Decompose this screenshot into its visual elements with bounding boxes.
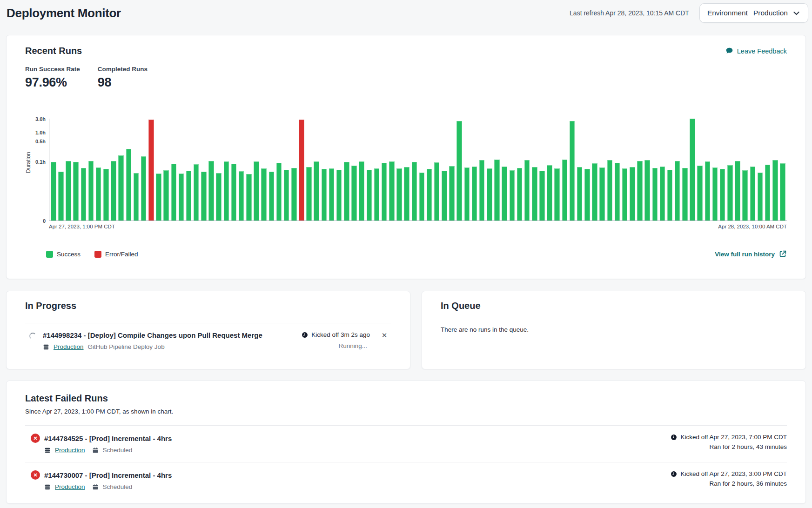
view-full-run-history-link[interactable]: View full run history [715, 250, 787, 258]
chart-bar-success[interactable] [712, 167, 718, 221]
chart-bar-success[interactable] [464, 167, 470, 221]
chart-bar-success[interactable] [261, 168, 267, 221]
chart-bar-success[interactable] [396, 168, 402, 221]
chart-bar-success[interactable] [644, 160, 650, 221]
chart-bar-success[interactable] [186, 171, 192, 221]
chart-bar-failed[interactable] [148, 120, 154, 221]
chart-bar-success[interactable] [246, 174, 252, 221]
chart-bar-success[interactable] [314, 161, 319, 221]
chart-bar-success[interactable] [306, 167, 312, 221]
chart-bar-success[interactable] [276, 163, 282, 221]
chart-bar-success[interactable] [156, 174, 161, 221]
chart-bar-success[interactable] [134, 173, 139, 221]
chart-bar-success[interactable] [539, 171, 545, 221]
leave-feedback-link[interactable]: Leave Feedback [725, 47, 787, 55]
chart-bar-success[interactable] [607, 160, 613, 221]
chart-bar-success[interactable] [118, 155, 124, 221]
chart-bar-success[interactable] [194, 164, 199, 221]
chart-bar-success[interactable] [344, 162, 349, 221]
environment-link[interactable]: Production [55, 447, 85, 454]
chart-bar-success[interactable] [479, 160, 485, 221]
chart-bar-success[interactable] [599, 167, 605, 221]
chart-bar-success[interactable] [570, 121, 575, 221]
chart-bar-failed[interactable] [299, 120, 304, 221]
chart-bar-success[interactable] [502, 167, 507, 221]
chart-bar-success[interactable] [329, 168, 335, 221]
chart-bar-success[interactable] [141, 156, 147, 221]
chart-bar-success[interactable] [442, 171, 447, 221]
chart-bar-success[interactable] [472, 167, 477, 221]
chart-bar-success[interactable] [652, 168, 658, 221]
chart-bar-success[interactable] [201, 172, 207, 221]
chart-bar-success[interactable] [584, 169, 590, 221]
chart-bar-success[interactable] [554, 168, 560, 221]
chart-bar-success[interactable] [667, 170, 673, 221]
close-icon[interactable]: ✕ [380, 331, 389, 340]
chart-bar-success[interactable] [351, 166, 357, 221]
chart-bar-success[interactable] [727, 165, 733, 221]
chart-bar-success[interactable] [412, 162, 417, 221]
chart-bar-success[interactable] [163, 170, 169, 221]
chart-bar-success[interactable] [224, 161, 229, 221]
chart-bar-success[interactable] [269, 172, 275, 221]
chart-bar-success[interactable] [367, 170, 372, 221]
chart-bar-success[interactable] [577, 167, 583, 221]
chart-bar-success[interactable] [208, 161, 214, 221]
chart-bar-success[interactable] [758, 173, 763, 221]
chart-bar-success[interactable] [231, 164, 237, 221]
chart-bar-success[interactable] [622, 168, 628, 221]
chart-bar-success[interactable] [179, 174, 184, 221]
chart-bar-success[interactable] [336, 170, 342, 221]
chart-bar-success[interactable] [697, 166, 703, 221]
chart-bar-success[interactable] [374, 168, 380, 221]
environment-link[interactable]: Production [54, 343, 84, 350]
chart-bar-success[interactable] [780, 163, 785, 221]
chart-bar-success[interactable] [449, 166, 455, 221]
chart-bar-success[interactable] [742, 170, 748, 221]
chart-bar-success[interactable] [735, 161, 740, 221]
chart-bar-success[interactable] [690, 119, 695, 221]
chart-bar-success[interactable] [592, 163, 597, 221]
chart-bar-success[interactable] [171, 164, 177, 221]
chart-bar-success[interactable] [96, 167, 101, 221]
chart-bar-success[interactable] [66, 161, 71, 221]
chart-bar-success[interactable] [517, 168, 523, 221]
chart-bar-success[interactable] [291, 168, 297, 221]
chart-bar-success[interactable] [765, 165, 771, 221]
chart-bar-success[interactable] [675, 161, 680, 221]
chart-bar-success[interactable] [88, 161, 94, 221]
chart-bar-success[interactable] [389, 161, 395, 221]
chart-bar-success[interactable] [111, 161, 116, 221]
chart-bar-success[interactable] [682, 168, 688, 221]
chart-bar-success[interactable] [720, 169, 725, 221]
chart-bar-success[interactable] [487, 168, 492, 221]
chart-bar-success[interactable] [58, 172, 64, 221]
chart-bar-success[interactable] [660, 167, 665, 221]
chart-bar-success[interactable] [404, 167, 409, 221]
chart-bar-success[interactable] [239, 171, 244, 221]
chart-bar-success[interactable] [103, 169, 109, 221]
environment-dropdown[interactable]: Environment Production [699, 3, 808, 23]
chart-bar-success[interactable] [510, 170, 515, 221]
chart-bar-success[interactable] [81, 168, 87, 221]
chart-bar-success[interactable] [284, 170, 289, 221]
chart-bar-success[interactable] [254, 161, 259, 221]
chart-bar-success[interactable] [494, 160, 500, 221]
chart-bar-success[interactable] [637, 161, 643, 221]
chart-bar-success[interactable] [562, 160, 568, 221]
chart-bar-success[interactable] [322, 169, 327, 221]
chart-bar-success[interactable] [750, 167, 756, 221]
chart-bar-success[interactable] [382, 163, 387, 221]
chart-bar-success[interactable] [615, 163, 620, 221]
chart-bar-success[interactable] [532, 167, 537, 221]
chart-bar-success[interactable] [51, 162, 56, 221]
chart-bar-success[interactable] [772, 160, 778, 221]
chart-bar-success[interactable] [434, 162, 440, 221]
chart-bar-success[interactable] [547, 165, 552, 221]
chart-bar-success[interactable] [73, 162, 79, 221]
chart-bar-success[interactable] [630, 167, 635, 221]
chart-bar-success[interactable] [456, 121, 462, 221]
chart-bar-success[interactable] [126, 149, 132, 221]
chart-bar-success[interactable] [359, 161, 364, 221]
environment-link[interactable]: Production [55, 483, 85, 490]
